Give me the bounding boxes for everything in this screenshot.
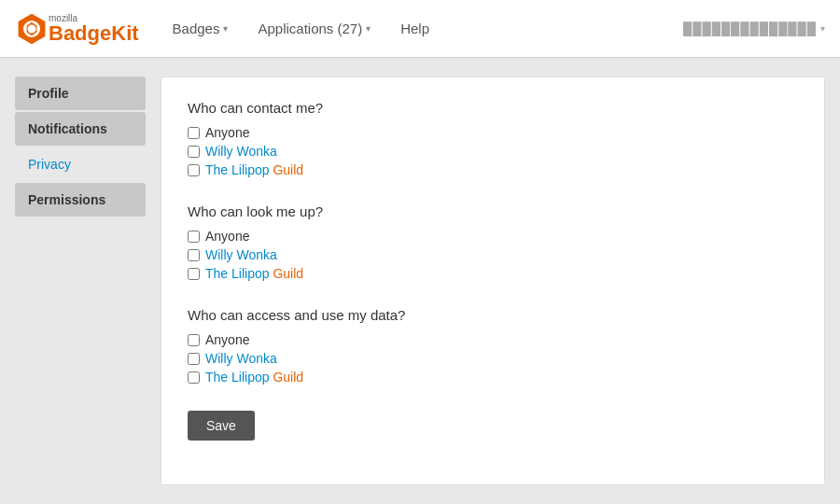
contact-willy-row: Willy Wonka <box>188 144 798 159</box>
page-layout: Profile Notifications Privacy Permission… <box>0 58 840 504</box>
lookup-the: The <box>205 266 231 281</box>
contact-guild-text: Guild <box>270 162 304 177</box>
contact-anyone-row: Anyone <box>188 125 798 140</box>
contact-lilipop-row: The Lilipop Guild <box>188 162 798 177</box>
lookup-willy-row: Willy Wonka <box>188 247 798 262</box>
contact-lilipop-checkbox[interactable] <box>188 164 200 176</box>
data-lilipop-row: The Lilipop Guild <box>188 370 798 385</box>
lookup-willy-label[interactable]: Willy Wonka <box>205 247 277 262</box>
data-anyone-label[interactable]: Anyone <box>205 332 249 347</box>
nav-help[interactable]: Help <box>389 13 441 44</box>
sidebar-item-notifications[interactable]: Notifications <box>15 112 146 146</box>
badge-part: Badge <box>49 21 111 45</box>
contact-willy-label[interactable]: Willy Wonka <box>205 144 277 159</box>
data-anyone-row: Anyone <box>188 332 798 347</box>
data-the: The <box>205 370 231 385</box>
contact-willy-checkbox[interactable] <box>188 146 200 158</box>
data-lilipop-checkbox[interactable] <box>188 371 200 384</box>
contact-lilipop-text: Lilipop <box>231 162 269 177</box>
data-lilipop-label[interactable]: The Lilipop Guild <box>205 370 303 385</box>
logo: mozilla BadgeKit <box>15 12 139 46</box>
nav-applications[interactable]: Applications (27) ▾ <box>246 13 382 44</box>
contact-anyone-checkbox[interactable] <box>188 127 200 139</box>
data-willy-checkbox[interactable] <box>188 353 200 365</box>
header: mozilla BadgeKit Badges ▾ Applications (… <box>0 0 840 58</box>
badgekit-label: BadgeKit <box>49 23 139 44</box>
main-content: Who can contact me? Anyone Willy Wonka T… <box>161 77 825 485</box>
lookup-lilipop-checkbox[interactable] <box>188 268 200 280</box>
lookup-anyone-label[interactable]: Anyone <box>205 229 249 244</box>
logo-icon <box>15 12 49 46</box>
svg-point-3 <box>28 24 36 33</box>
section-contact: Who can contact me? Anyone Willy Wonka T… <box>188 100 798 177</box>
main-nav: Badges ▾ Applications (27) ▾ Help ██████… <box>161 13 825 44</box>
contact-the: The <box>205 162 231 177</box>
lookup-willy-checkbox[interactable] <box>188 249 200 261</box>
sidebar: Profile Notifications Privacy Permission… <box>15 77 146 485</box>
lookup-lilipop-text: Lilipop <box>231 266 269 281</box>
data-willy-row: Willy Wonka <box>188 351 798 366</box>
section-contact-title: Who can contact me? <box>188 100 798 116</box>
section-data-title: Who can access and use my data? <box>188 307 798 323</box>
data-lilipop-text: Lilipop <box>231 370 269 385</box>
nav-user[interactable]: ██████████████ ▾ <box>683 21 825 35</box>
lookup-guild-text: Guild <box>270 266 304 281</box>
section-lookup-title: Who can look me up? <box>188 203 798 219</box>
data-guild-text: Guild <box>270 370 304 385</box>
logo-text: mozilla BadgeKit <box>49 14 139 44</box>
data-willy-label[interactable]: Willy Wonka <box>205 351 277 366</box>
applications-caret-icon: ▾ <box>366 23 371 34</box>
data-anyone-checkbox[interactable] <box>188 334 200 346</box>
lookup-anyone-row: Anyone <box>188 229 798 244</box>
lookup-anyone-checkbox[interactable] <box>188 231 200 243</box>
user-caret-icon: ▾ <box>820 23 825 34</box>
section-data: Who can access and use my data? Anyone W… <box>188 307 798 385</box>
section-lookup: Who can look me up? Anyone Willy Wonka T… <box>188 203 798 281</box>
save-button[interactable]: Save <box>188 411 255 441</box>
kit-part: Kit <box>111 21 138 45</box>
user-email: ██████████████ <box>683 21 817 35</box>
sidebar-item-permissions[interactable]: Permissions <box>15 183 146 217</box>
badges-caret-icon: ▾ <box>223 23 228 34</box>
lookup-lilipop-row: The Lilipop Guild <box>188 266 798 281</box>
contact-anyone-label[interactable]: Anyone <box>205 125 249 140</box>
nav-badges[interactable]: Badges ▾ <box>161 13 240 44</box>
sidebar-item-profile[interactable]: Profile <box>15 77 146 110</box>
sidebar-item-privacy[interactable]: Privacy <box>15 147 146 181</box>
contact-lilipop-label[interactable]: The Lilipop Guild <box>205 162 303 177</box>
lookup-lilipop-label[interactable]: The Lilipop Guild <box>205 266 303 281</box>
